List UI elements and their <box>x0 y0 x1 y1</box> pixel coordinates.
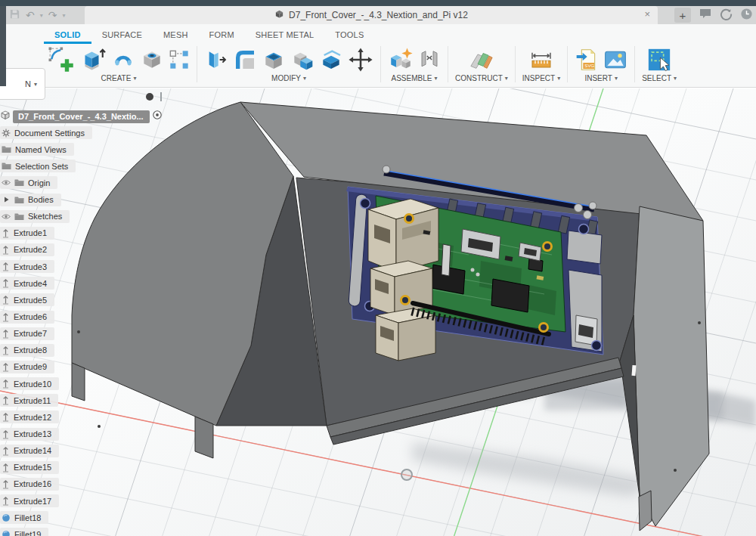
tab-tools[interactable]: TOOLS <box>324 26 374 44</box>
browser-item-extrude6[interactable]: Extrude6 <box>0 311 54 324</box>
browser-item-extrude9[interactable]: Extrude9 <box>0 361 54 373</box>
group-label-construct[interactable]: CONSTRUCT▾ <box>455 74 508 82</box>
group-label-inspect[interactable]: INSPECT▾ <box>522 74 560 82</box>
right-wall-tab <box>639 491 652 531</box>
new-component-icon[interactable] <box>388 47 414 73</box>
shell-icon[interactable] <box>262 48 286 72</box>
undo-caret-icon[interactable]: ▾ <box>40 12 43 19</box>
group-label-create[interactable]: CREATE▾ <box>101 74 137 82</box>
sync-status-icon[interactable] <box>720 8 733 23</box>
browser-item-extrude10[interactable]: Extrude10 <box>0 377 59 390</box>
svg-text:SVG: SVG <box>584 63 594 68</box>
eye-icon[interactable] <box>2 213 11 220</box>
browser-item-extrude1[interactable]: Extrude1 <box>0 227 54 240</box>
offset-face-icon[interactable] <box>319 48 343 72</box>
comments-icon[interactable] <box>699 8 712 23</box>
browser-item-label: Extrude13 <box>14 429 51 438</box>
browser-item-label: Fillet18 <box>14 513 41 522</box>
browser-item-label: Extrude3 <box>14 262 47 271</box>
browser-item-label: Extrude15 <box>14 463 51 472</box>
extrude-icon <box>2 479 10 489</box>
browser-item-extrude8[interactable]: Extrude8 <box>0 344 54 357</box>
redo-icon[interactable]: ↷ <box>48 10 57 20</box>
browser-collapse-icon[interactable] <box>146 93 153 101</box>
browser-item-fillet19[interactable]: Fillet19 <box>0 528 48 536</box>
insert-svg-icon[interactable]: SVG <box>575 48 599 72</box>
plate-gray-insert <box>567 231 602 264</box>
tab-solid[interactable]: SOLID <box>44 26 91 44</box>
redo-caret-icon[interactable]: ▾ <box>62 12 65 19</box>
hole-icon[interactable] <box>140 48 164 72</box>
undo-icon[interactable]: ↶ <box>26 10 35 20</box>
browser-item-selection-sets[interactable]: Selection Sets <box>0 160 76 172</box>
rectangular-pattern-icon[interactable] <box>169 49 190 70</box>
insert-canvas-icon[interactable] <box>603 48 627 72</box>
browser-item-extrude12[interactable]: Extrude12 <box>0 411 59 423</box>
measure-icon[interactable] <box>529 48 553 72</box>
browser-item-extrude14[interactable]: Extrude14 <box>0 445 59 457</box>
workspace-selector[interactable]: N▾ <box>0 68 45 100</box>
tab-sheet-metal[interactable]: SHEET METAL <box>245 26 325 44</box>
group-label-assemble[interactable]: ASSEMBLE▾ <box>392 74 438 82</box>
document-tab[interactable]: D7_Front_Cover_-_4.3_Nextion_and_Pi v12 … <box>85 6 658 24</box>
browser-item-label: Extrude8 <box>14 345 47 355</box>
browser-item-extrude5[interactable]: Extrude5 <box>0 293 54 306</box>
document-title: D7_Front_Cover_-_4.3_Nextion_and_Pi v12 <box>289 10 468 20</box>
origin-marker[interactable] <box>401 469 412 480</box>
browser-item-extrude2[interactable]: Extrude2 <box>0 243 54 256</box>
history-clock-icon[interactable] <box>740 8 753 23</box>
browser-root-item[interactable]: D7_Front_Cover_-_4.3_Nextio... <box>0 110 163 123</box>
browser-item-extrude15[interactable]: Extrude15 <box>0 461 59 474</box>
toolbar-group-insert: SVG INSERT▾ <box>568 44 634 85</box>
close-tab-icon[interactable]: × <box>644 8 650 20</box>
tab-mesh[interactable]: MESH <box>153 26 199 44</box>
browser-item-origin[interactable]: Origin <box>0 176 57 189</box>
create-sketch-icon[interactable] <box>48 46 75 73</box>
browser-item-extrude3[interactable]: Extrude3 <box>0 260 54 273</box>
browser-item-bodies[interactable]: Bodies <box>0 194 61 206</box>
fillet-icon[interactable] <box>233 48 257 72</box>
browser-item-extrude7[interactable]: Extrude7 <box>0 327 54 340</box>
group-label-insert[interactable]: INSERT▾ <box>584 74 618 82</box>
component-cube-icon <box>0 110 11 123</box>
viewport-3d[interactable]: R D7_Front_Cover_-_4.3_Nextio... Documen… <box>0 88 756 536</box>
activate-component-icon[interactable] <box>152 110 163 123</box>
revolve-icon[interactable] <box>111 48 135 72</box>
select-icon[interactable] <box>646 47 672 73</box>
fillet-icon <box>2 530 11 536</box>
construction-plane-icon[interactable] <box>469 47 494 73</box>
caret-icon[interactable] <box>2 196 11 203</box>
folder-icon <box>14 178 24 187</box>
joint-icon[interactable] <box>418 48 441 71</box>
browser-item-extrude13[interactable]: Extrude13 <box>0 428 59 441</box>
browser-item-extrude17[interactable]: Extrude17 <box>0 494 59 507</box>
extrude-icon <box>2 412 10 422</box>
extrude-icon <box>2 245 10 255</box>
extrude-icon <box>2 446 10 456</box>
browser-resize-grip[interactable] <box>160 92 162 101</box>
tab-form[interactable]: FORM <box>199 26 245 44</box>
new-tab-icon[interactable]: + <box>674 8 691 23</box>
press-pull-icon[interactable] <box>204 48 228 72</box>
save-icon[interactable] <box>9 8 20 23</box>
browser-item-label: Fillet19 <box>14 530 41 536</box>
browser-item-document-settings[interactable]: Document Settings <box>0 126 92 139</box>
group-label-select[interactable]: SELECT▾ <box>642 74 677 82</box>
folder-icon <box>2 162 11 170</box>
extrude-icon <box>2 463 10 472</box>
browser-item-sketches[interactable]: Sketches <box>0 210 70 223</box>
group-label-modify[interactable]: MODIFY▾ <box>271 74 306 82</box>
move-icon[interactable] <box>348 47 373 73</box>
extrude-icon <box>2 278 10 288</box>
combine-icon[interactable] <box>290 48 314 72</box>
tab-surface[interactable]: SURFACE <box>91 26 153 44</box>
browser-item-extrude11[interactable]: Extrude11 <box>0 394 58 407</box>
browser-item-extrude16[interactable]: Extrude16 <box>0 478 59 491</box>
document-cube-icon <box>274 8 284 22</box>
extrude-icon[interactable] <box>79 46 107 73</box>
toolbar-group-create: CREATE▾ <box>41 44 197 85</box>
browser-item-extrude4[interactable]: Extrude4 <box>0 277 54 290</box>
eye-icon[interactable] <box>2 179 11 186</box>
browser-item-named-views[interactable]: Named Views <box>0 143 74 156</box>
browser-item-fillet18[interactable]: Fillet18 <box>0 511 48 524</box>
